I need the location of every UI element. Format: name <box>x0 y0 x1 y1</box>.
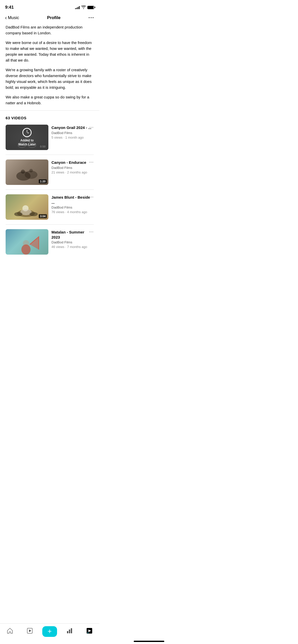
back-label: Music <box>8 15 19 20</box>
video-title: Canyon - Endurace <box>51 160 92 165</box>
video-meta: 21 views · 2 months ago <box>51 170 92 174</box>
video-channel: DadBod Films <box>51 131 92 135</box>
video-meta: 76 views · 4 months ago <box>51 210 92 214</box>
video-more-button[interactable]: ··· <box>89 125 94 130</box>
watch-later-text: Added toWatch Later <box>18 139 36 147</box>
videos-count: 63 VIDEOS <box>6 116 94 120</box>
video-channel: DadBod Films <box>51 240 92 244</box>
svg-point-10 <box>14 212 22 216</box>
video-meta: 5 views · 1 month ago <box>51 136 92 139</box>
svg-point-13 <box>21 244 31 255</box>
desc-line3: We're a growing family with a roster of … <box>6 67 94 91</box>
clock-icon <box>22 128 32 137</box>
video-title: Canyon Grail 2024 - ... <box>51 125 92 130</box>
video-item[interactable]: Matalan - Summer 2023 DadBod Films 46 vi… <box>6 229 94 259</box>
desc-line2: We were borne out of a desire to have th… <box>6 40 94 63</box>
status-icons <box>75 5 94 10</box>
back-arrow-icon: ‹ <box>5 15 7 21</box>
video-thumbnail: 1:20 <box>6 159 48 185</box>
nav-bar: ‹ Music Profile ··· <box>0 13 99 23</box>
desc-line4: We also make a great cuppa so do swing b… <box>6 94 94 106</box>
video-channel: DadBod Films <box>51 166 92 170</box>
wifi-icon <box>81 5 86 10</box>
video-item[interactable]: Added toWatch Later 0:50 Canyon Grail 20… <box>6 125 94 155</box>
status-bar: 9:41 <box>0 0 99 13</box>
back-button[interactable]: ‹ Music <box>5 15 19 21</box>
more-options-button[interactable]: ··· <box>88 15 94 21</box>
video-info: Matalan - Summer 2023 DadBod Films 46 vi… <box>48 229 94 249</box>
video-title: Matalan - Summer 2023 <box>51 230 92 240</box>
svg-point-11 <box>30 212 38 216</box>
svg-point-6 <box>29 169 33 172</box>
video-thumbnail <box>6 229 48 255</box>
video-item[interactable]: 3:04 James Blunt - Beside ... DadBod Fil… <box>6 194 94 225</box>
video-item[interactable]: 1:20 Canyon - Endurace DadBod Films 21 v… <box>6 159 94 190</box>
svg-point-5 <box>21 170 25 174</box>
video-more-button[interactable]: ··· <box>89 160 94 165</box>
video-duration: 3:04 <box>39 214 47 218</box>
video-title: James Blunt - Beside ... <box>51 195 92 205</box>
status-time: 9:41 <box>5 5 14 10</box>
video-thumbnail: Added toWatch Later 0:50 <box>6 125 48 150</box>
signal-icon <box>75 6 80 9</box>
video-channel: DadBod Films <box>51 206 92 209</box>
video-duration: 1:20 <box>39 179 47 183</box>
watch-later-overlay: Added toWatch Later <box>6 125 48 150</box>
video-info: Canyon Grail 2024 - ... DadBod Films 5 v… <box>48 125 94 139</box>
description-section: DadBod Films are an independent producti… <box>0 23 99 110</box>
videos-section: 63 VIDEOS Added toWatch Later <box>0 111 99 282</box>
video-more-button[interactable]: ··· <box>89 195 94 199</box>
video-meta: 46 views · 7 months ago <box>51 245 92 249</box>
video-thumbnail: 3:04 <box>6 194 48 220</box>
video-more-button[interactable]: ··· <box>89 230 94 234</box>
video-list: Added toWatch Later 0:50 Canyon Grail 20… <box>6 125 94 280</box>
battery-icon <box>87 6 94 9</box>
page-title: Profile <box>47 15 61 20</box>
desc-line1: DadBod Films are an independent producti… <box>6 24 94 36</box>
video-info: Canyon - Endurace DadBod Films 21 views … <box>48 159 94 174</box>
video-info: James Blunt - Beside ... DadBod Films 76… <box>48 194 94 214</box>
